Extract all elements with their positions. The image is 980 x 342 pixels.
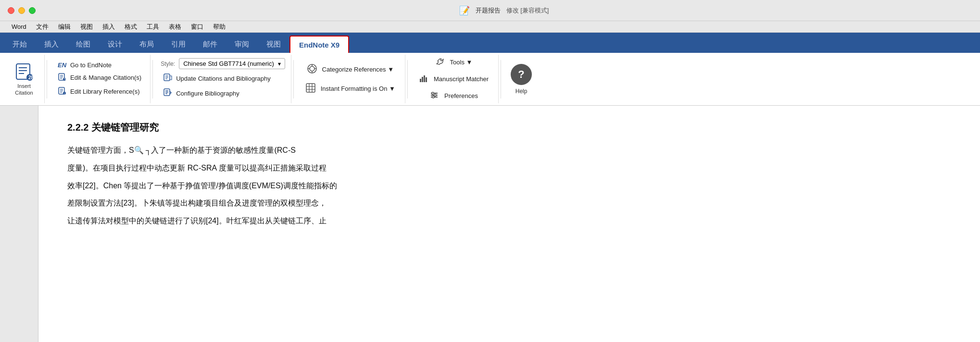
insert-citation-button[interactable]: 28 Insert Citation: [10, 59, 38, 98]
menu-word[interactable]: Word: [8, 22, 30, 31]
categorize-references-icon: [307, 63, 318, 76]
edit-manage-icon: ✎: [58, 73, 67, 83]
insert-citation-group: 28 Insert Citation: [4, 55, 45, 103]
doc-sidebar: [0, 106, 38, 342]
manuscript-matcher-button[interactable]: Manuscript Matcher: [415, 72, 492, 86]
svg-point-45: [434, 94, 436, 96]
doc-para-3: 差限制设置方法[23]。卜朱镇等提出构建项目组合及进度管理的双模型理念，: [67, 196, 951, 210]
style-dropdown[interactable]: Chinese Std GBT7714 (numeric) ▾: [179, 58, 285, 69]
insert-citation-label: Insert Citation: [15, 83, 33, 96]
doc-title-info: 📝 开题报告 修改 [兼容模式]: [459, 5, 549, 16]
fullscreen-button[interactable]: [29, 7, 36, 14]
svg-point-44: [432, 92, 434, 94]
menu-bar: Word 文件 编辑 视图 插入 格式 工具 表格 窗口 帮助: [0, 21, 980, 33]
tab-view[interactable]: 视图: [258, 36, 289, 53]
menu-insert[interactable]: 插入: [99, 22, 119, 32]
divider-2: [152, 60, 153, 98]
tools-icon: [436, 57, 446, 67]
update-citations-button[interactable]: Update Citations and Bibliography: [161, 72, 274, 85]
menu-format[interactable]: 格式: [121, 22, 141, 32]
doc-title: 开题报告: [476, 6, 501, 15]
divider-3: [293, 60, 294, 98]
configure-bibliography-icon: [163, 88, 173, 98]
menu-view[interactable]: 视图: [76, 22, 97, 32]
svg-point-27: [310, 66, 314, 71]
svg-rect-38: [422, 77, 423, 82]
tab-design[interactable]: 设计: [99, 36, 131, 53]
style-selector-row: Style: Chinese Std GBT7714 (numeric) ▾: [161, 58, 285, 69]
ribbon-tabs: 开始 插入 绘图 设计 布局 引用 邮件 审阅 视图 EndNote X9: [0, 33, 980, 53]
update-citations-icon: [163, 73, 173, 84]
preferences-icon: [430, 91, 440, 101]
manuscript-matcher-icon: [419, 74, 430, 84]
doc-heading: 2.2.2 关键链管理研究: [67, 121, 951, 134]
tab-references[interactable]: 引用: [163, 36, 194, 53]
menu-table[interactable]: 表格: [165, 22, 185, 32]
svg-text:↕: ↕: [64, 92, 66, 95]
go-to-endnote-button[interactable]: EN Go to EndNote: [55, 60, 144, 70]
minimize-button[interactable]: [18, 7, 25, 14]
tab-layout[interactable]: 布局: [131, 36, 163, 53]
doc-para-4: 让遗传算法对模型中的关键链进行了识别[24]。叶红军提出从关键链工序、止: [67, 214, 951, 228]
tools-group: Tools ▼ Manuscript Matcher: [410, 55, 499, 103]
ribbon-toolbar: 28 Insert Citation EN Go to EndNote ✎ Ed…: [0, 53, 980, 106]
doc-para-2: 效率[22]。Chen 等提出了一种基于挣值管理/挣值调度(EVM/ES)调度性…: [67, 179, 951, 193]
categorize-references-button[interactable]: Categorize References ▼: [303, 61, 398, 78]
menu-help[interactable]: 帮助: [209, 22, 229, 32]
doc-para-0: 关键链管理方面，S🔍 ┐入了一种新的基于资源的敏感性度量(RC-S: [67, 144, 951, 158]
menu-edit[interactable]: 编辑: [54, 22, 75, 32]
traffic-lights: [8, 7, 36, 14]
tab-mailings[interactable]: 邮件: [194, 36, 226, 53]
svg-point-46: [432, 96, 434, 98]
divider-1: [47, 60, 47, 98]
menu-window[interactable]: 窗口: [187, 22, 207, 32]
style-update-group: Style: Chinese Std GBT7714 (numeric) ▾ U…: [155, 55, 291, 103]
instant-formatting-icon: [305, 83, 317, 95]
svg-rect-39: [424, 75, 425, 82]
tab-start[interactable]: 开始: [4, 36, 36, 53]
dropdown-arrow: ▾: [278, 61, 281, 67]
svg-text:✎: ✎: [64, 78, 66, 81]
edit-manage-citation-button[interactable]: ✎ Edit & Manage Citation(s): [55, 71, 144, 84]
tab-review[interactable]: 审阅: [226, 36, 258, 53]
menu-tools[interactable]: 工具: [143, 22, 163, 32]
doc-para-1: 度量)。在项目执行过程中动态更新 RC-SRA 度量可以提高纠正措施采取过程: [67, 161, 951, 175]
svg-text:28: 28: [28, 75, 34, 80]
divider-5: [501, 60, 501, 98]
close-button[interactable]: [8, 7, 14, 14]
tab-endnote[interactable]: EndNote X9: [289, 36, 349, 53]
citations-list: EN Go to EndNote ✎ Edit & Manage Citatio…: [55, 59, 144, 99]
format-group: Categorize References ▼ Instant Formatti…: [296, 55, 405, 103]
citations-group: EN Go to EndNote ✎ Edit & Manage Citatio…: [49, 55, 151, 103]
svg-rect-40: [426, 77, 427, 82]
update-list: Update Citations and Bibliography Config…: [161, 72, 274, 100]
tab-draw[interactable]: 绘图: [67, 36, 99, 53]
menu-file[interactable]: 文件: [32, 22, 52, 32]
instant-formatting-button[interactable]: Instant Formatting is On ▼: [302, 81, 399, 97]
insert-citation-icon: 28: [14, 62, 34, 81]
tab-insert[interactable]: 插入: [36, 36, 67, 53]
help-button[interactable]: ? Help: [503, 55, 540, 103]
divider-4: [407, 60, 408, 98]
doc-content[interactable]: 2.2.2 关键链管理研究 关键链管理方面，S🔍 ┐入了一种新的基于资源的敏感性…: [38, 106, 980, 342]
doc-mode: 修改 [兼容模式]: [506, 6, 549, 15]
title-bar: 📝 开题报告 修改 [兼容模式]: [0, 0, 980, 21]
help-icon: ?: [511, 64, 532, 85]
svg-rect-37: [420, 79, 421, 82]
edit-library-reference-button[interactable]: ↕ Edit Library Reference(s): [55, 85, 144, 98]
svg-rect-32: [306, 84, 315, 92]
configure-bibliography-button[interactable]: Configure Bibliography: [161, 87, 274, 100]
tools-button[interactable]: Tools ▼: [432, 55, 477, 69]
preferences-button[interactable]: Preferences: [426, 89, 482, 103]
doc-area: 2.2.2 关键链管理研究 关键链管理方面，S🔍 ┐入了一种新的基于资源的敏感性…: [0, 106, 980, 342]
endnote-icon: EN: [58, 61, 67, 69]
edit-library-icon: ↕: [58, 86, 67, 97]
